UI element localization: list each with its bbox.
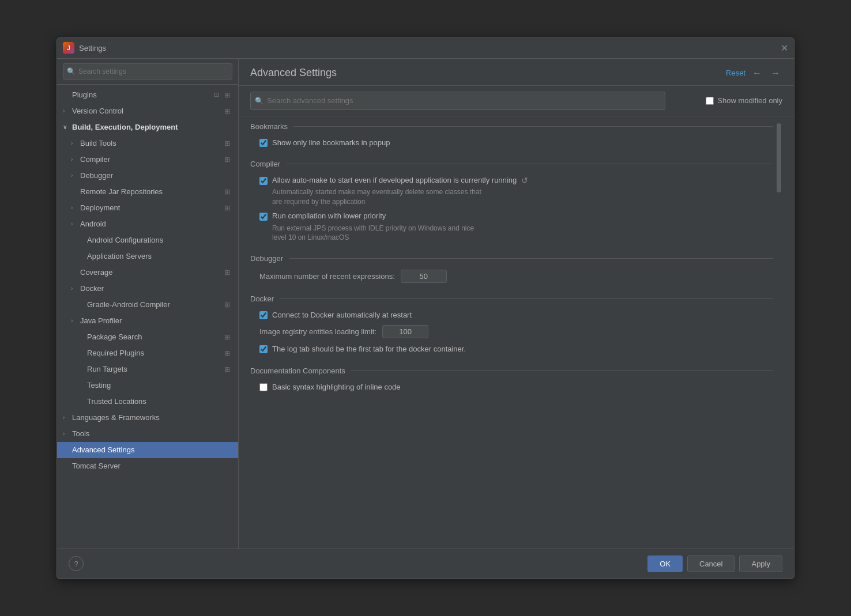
sidebar-item-testing[interactable]: Testing xyxy=(57,377,238,394)
sidebar-item-label: Tomcat Server xyxy=(72,462,234,470)
settings-icon: ⊞ xyxy=(224,301,234,309)
settings-icon: ⊞ xyxy=(224,139,234,148)
sidebar-item-android-configurations[interactable]: Android Configurations xyxy=(57,232,238,248)
checkbox-run-compilation-lower-priority[interactable] xyxy=(259,213,268,221)
setting-label-block: Connect to Docker automatically at resta… xyxy=(272,310,412,320)
sidebar-item-debugger[interactable]: › Debugger xyxy=(57,168,238,184)
sidebar-item-run-targets[interactable]: Run Targets ⊞ xyxy=(57,361,238,377)
checkbox-connect-docker-automatically[interactable] xyxy=(259,311,268,319)
sidebar-item-label: Version Control xyxy=(72,107,223,115)
section-bookmarks: Bookmarks Show only line bookmarks in po… xyxy=(250,122,773,148)
section-docker: Docker Connect to Docker automatically a… xyxy=(250,294,773,354)
sidebar-item-package-search[interactable]: Package Search ⊞ xyxy=(57,329,238,345)
ok-button[interactable]: OK xyxy=(647,555,683,572)
setting-label: Run compilation with lower priority xyxy=(272,211,474,221)
sidebar-item-plugins[interactable]: Plugins ⊡ ⊞ xyxy=(57,87,238,103)
content-search-row: 🔍 Show modified only xyxy=(239,86,794,116)
reset-setting-icon[interactable]: ↺ xyxy=(521,176,528,185)
sidebar-item-java-profiler[interactable]: › Java Profiler xyxy=(57,313,238,329)
sidebar-item-label: Plugins xyxy=(72,90,212,99)
setting-description: Automatically started make may eventuall… xyxy=(272,187,528,207)
sidebar-item-label: Advanced Settings xyxy=(72,445,234,454)
sidebar: 🔍 Plugins ⊡ ⊞ › Version Control ⊞ xyxy=(57,59,239,549)
scrollbar-thumb[interactable] xyxy=(777,123,781,192)
sidebar-search-input[interactable] xyxy=(63,63,232,80)
sidebar-item-coverage[interactable]: Coverage ⊞ xyxy=(57,264,238,281)
sidebar-item-label: Testing xyxy=(87,381,234,390)
title-bar-left: J Settings xyxy=(63,42,106,54)
settings-icon: ⊞ xyxy=(224,349,234,357)
sidebar-item-label: Run Targets xyxy=(87,365,223,373)
help-button[interactable]: ? xyxy=(69,556,84,571)
checkbox-show-line-bookmarks[interactable] xyxy=(259,139,268,147)
section-debugger: Debugger Maximum number of recent expres… xyxy=(250,254,773,283)
main-title: Advanced Settings xyxy=(250,67,337,79)
image-registry-loading-limit-input[interactable] xyxy=(382,325,428,338)
scrollbar-track[interactable] xyxy=(775,122,782,537)
setting-basic-syntax-highlighting: Basic syntax highlighting of inline code xyxy=(250,382,773,392)
sidebar-item-advanced-settings[interactable]: Advanced Settings xyxy=(57,442,238,458)
sidebar-item-remote-jar-repositories[interactable]: Remote Jar Repositories ⊞ xyxy=(57,184,238,200)
sidebar-item-label: Android Configurations xyxy=(87,236,234,244)
setting-label: The log tab should be the first tab for … xyxy=(272,344,466,354)
sidebar-item-application-servers[interactable]: Application Servers xyxy=(57,248,238,264)
setting-allow-auto-make: Allow auto-make to start even if develop… xyxy=(250,175,773,207)
sidebar-item-compiler[interactable]: › Compiler ⊞ xyxy=(57,152,238,168)
sidebar-item-gradle-android-compiler[interactable]: Gradle-Android Compiler ⊞ xyxy=(57,297,238,313)
show-modified-label[interactable]: Show modified only xyxy=(706,96,782,105)
chevron-right-icon: › xyxy=(71,318,80,324)
section-compiler: Compiler Allow auto-make to start even i… xyxy=(250,160,773,243)
section-title-compiler: Compiler xyxy=(250,160,773,168)
sidebar-search-bar: 🔍 xyxy=(57,59,238,85)
checkbox-basic-syntax-highlighting[interactable] xyxy=(259,383,268,391)
cancel-button[interactable]: Cancel xyxy=(687,555,735,572)
sidebar-item-version-control[interactable]: › Version Control ⊞ xyxy=(57,103,238,119)
main-content: Advanced Settings Reset ← → 🔍 Show modif… xyxy=(239,59,794,549)
sidebar-item-docker[interactable]: › Docker xyxy=(57,281,238,297)
sidebar-item-label: Build Tools xyxy=(80,139,223,148)
chevron-right-icon: › xyxy=(63,430,72,437)
sidebar-item-label: Trusted Locations xyxy=(87,397,234,406)
sidebar-item-build-execution-deployment[interactable]: ∨ Build, Execution, Deployment xyxy=(57,119,238,135)
nav-back-button[interactable]: ← xyxy=(750,67,764,80)
chevron-right-icon: › xyxy=(71,205,80,211)
setting-description: Run external JPS process with IDLE prior… xyxy=(272,224,474,243)
sidebar-item-build-tools[interactable]: › Build Tools ⊞ xyxy=(57,135,238,152)
toggle-icon[interactable]: ⊡ xyxy=(214,91,223,99)
title-bar: J Settings ✕ xyxy=(57,38,794,59)
setting-label: Show only line bookmarks in popup xyxy=(272,138,390,148)
show-modified-checkbox[interactable] xyxy=(706,97,714,105)
main-search-wrapper: 🔍 xyxy=(250,92,665,110)
setting-label: Maximum number of recent expressions: xyxy=(259,272,395,281)
sidebar-item-languages-frameworks[interactable]: › Languages & Frameworks xyxy=(57,410,238,426)
body: 🔍 Plugins ⊡ ⊞ › Version Control ⊞ xyxy=(57,59,794,549)
checkbox-log-tab-first[interactable] xyxy=(259,345,268,353)
window-title: Settings xyxy=(79,44,106,52)
setting-image-registry-loading-limit: Image registry entities loading limit: xyxy=(250,325,773,338)
sidebar-item-label: Compiler xyxy=(80,155,223,164)
max-recent-expressions-input[interactable] xyxy=(401,270,447,283)
section-documentation-components: Documentation Components Basic syntax hi… xyxy=(250,366,773,392)
close-button[interactable]: ✕ xyxy=(780,44,788,52)
sidebar-item-tools[interactable]: › Tools xyxy=(57,426,238,442)
main-header: Advanced Settings Reset ← → xyxy=(239,59,794,86)
sidebar-item-deployment[interactable]: › Deployment ⊞ xyxy=(57,200,238,216)
setting-run-compilation-lower-priority: Run compilation with lower priority Run … xyxy=(250,211,773,243)
sidebar-item-label: Coverage xyxy=(80,268,223,277)
sidebar-item-trusted-locations[interactable]: Trusted Locations xyxy=(57,394,238,410)
reset-button[interactable]: Reset xyxy=(726,69,745,77)
main-search-input[interactable] xyxy=(250,92,665,110)
sidebar-item-required-plugins[interactable]: Required Plugins ⊞ xyxy=(57,345,238,361)
apply-button[interactable]: Apply xyxy=(739,555,782,572)
show-modified-text: Show modified only xyxy=(717,96,782,105)
checkbox-allow-auto-make[interactable] xyxy=(259,177,268,185)
sidebar-item-label: Package Search xyxy=(87,332,223,341)
sidebar-item-android[interactable]: › Android xyxy=(57,216,238,232)
chevron-right-icon: › xyxy=(63,414,72,421)
sidebar-item-tomcat-server[interactable]: Tomcat Server xyxy=(57,458,238,474)
nav-forward-button[interactable]: → xyxy=(769,67,782,80)
settings-icon: ⊞ xyxy=(224,204,234,212)
settings-icon: ⊞ xyxy=(224,107,234,115)
sidebar-item-label: Tools xyxy=(72,429,234,438)
setting-label-block: Basic syntax highlighting of inline code xyxy=(272,382,401,392)
